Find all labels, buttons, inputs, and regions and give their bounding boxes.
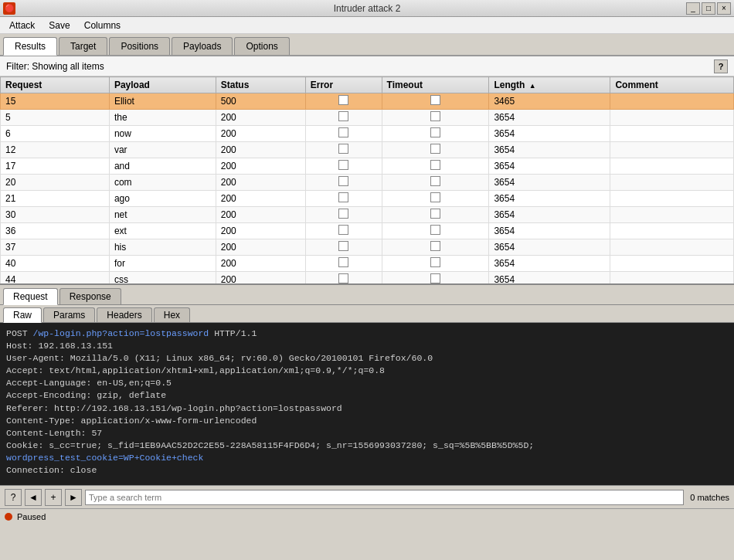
- timeout-checkbox[interactable]: [430, 257, 440, 267]
- timeout-checkbox[interactable]: [430, 241, 440, 251]
- bottom-bar: ? ◄ + ► 0 matches: [0, 485, 734, 508]
- results-table: Request Payload Status Error Timeout Len…: [0, 76, 734, 285]
- window-controls: _ □ ×: [686, 2, 731, 15]
- tab-results[interactable]: Results: [3, 37, 57, 56]
- error-checkbox[interactable]: [338, 225, 348, 235]
- forward-button-next[interactable]: ►: [65, 489, 82, 506]
- tab-request[interactable]: Request: [3, 288, 58, 305]
- status-indicator: [5, 513, 12, 521]
- filter-text: Filter: Showing all items: [6, 61, 104, 72]
- title-bar: 🔴 Intruder attack 2 _ □ ×: [0, 0, 734, 17]
- menu-columns[interactable]: Columns: [78, 19, 127, 32]
- error-checkbox[interactable]: [338, 111, 348, 121]
- table-row[interactable]: 30net2003654: [1, 207, 734, 223]
- table-row[interactable]: 15Elliot5003465: [1, 93, 734, 110]
- subtab-headers[interactable]: Headers: [97, 307, 151, 322]
- window-title: Intruder attack 2: [334, 3, 401, 14]
- sort-arrow-length: ▲: [529, 82, 536, 90]
- help-button[interactable]: ?: [5, 489, 22, 506]
- timeout-checkbox[interactable]: [430, 192, 440, 202]
- table-row[interactable]: 17and2003654: [1, 158, 734, 175]
- menu-save[interactable]: Save: [42, 19, 76, 32]
- timeout-checkbox[interactable]: [430, 144, 440, 154]
- error-checkbox[interactable]: [338, 127, 348, 137]
- col-header-comment[interactable]: Comment: [610, 77, 734, 93]
- table-row[interactable]: 44css2003654: [1, 272, 734, 286]
- table-row[interactable]: 21ago2003654: [1, 191, 734, 207]
- maximize-button[interactable]: □: [702, 2, 715, 15]
- error-checkbox[interactable]: [338, 144, 348, 154]
- table-row[interactable]: 6now2003654: [1, 126, 734, 142]
- error-checkbox[interactable]: [338, 176, 348, 186]
- timeout-checkbox[interactable]: [430, 160, 440, 170]
- table-row[interactable]: 5the2003654: [1, 110, 734, 126]
- table-row[interactable]: 20com2003654: [1, 175, 734, 191]
- error-checkbox[interactable]: [338, 241, 348, 251]
- status-label: Paused: [17, 512, 46, 521]
- timeout-checkbox[interactable]: [430, 176, 440, 186]
- tab-options[interactable]: Options: [234, 37, 289, 55]
- menu-bar: Attack Save Columns: [0, 17, 734, 34]
- timeout-checkbox[interactable]: [430, 111, 440, 121]
- error-checkbox[interactable]: [338, 209, 348, 219]
- timeout-checkbox[interactable]: [430, 95, 440, 105]
- table-row[interactable]: 12var2003654: [1, 142, 734, 158]
- timeout-checkbox[interactable]: [430, 209, 440, 219]
- sub-tab-bar: Raw Params Headers Hex: [0, 305, 734, 323]
- subtab-raw[interactable]: Raw: [3, 307, 42, 323]
- status-bar: Paused: [0, 508, 734, 524]
- table-row[interactable]: 40for2003654: [1, 256, 734, 272]
- col-header-error[interactable]: Error: [305, 77, 382, 93]
- req-resp-tab-bar: Request Response: [0, 285, 734, 305]
- col-header-request[interactable]: Request: [1, 77, 110, 93]
- error-checkbox[interactable]: [338, 95, 348, 105]
- col-header-length[interactable]: Length ▲: [489, 77, 610, 93]
- close-button[interactable]: ×: [717, 2, 731, 15]
- menu-attack[interactable]: Attack: [3, 19, 41, 32]
- tab-payloads[interactable]: Payloads: [172, 37, 233, 55]
- tab-positions[interactable]: Positions: [109, 37, 170, 55]
- request-content: POST /wp-login.php?action=lostpassword H…: [0, 323, 734, 485]
- results-table-container[interactable]: Request Payload Status Error Timeout Len…: [0, 76, 734, 285]
- minimize-button[interactable]: _: [686, 2, 700, 15]
- match-count: 0 matches: [690, 493, 729, 502]
- main-tab-bar: Results Target Positions Payloads Option…: [0, 34, 734, 56]
- forward-button-add[interactable]: +: [45, 489, 62, 506]
- col-header-timeout[interactable]: Timeout: [382, 77, 489, 93]
- col-header-payload[interactable]: Payload: [109, 77, 216, 93]
- table-row[interactable]: 37his2003654: [1, 239, 734, 256]
- error-checkbox[interactable]: [338, 160, 348, 170]
- timeout-checkbox[interactable]: [430, 225, 440, 235]
- subtab-hex[interactable]: Hex: [154, 307, 190, 322]
- app-icon: 🔴: [3, 2, 15, 15]
- tab-response[interactable]: Response: [59, 288, 121, 304]
- timeout-checkbox[interactable]: [430, 273, 440, 283]
- col-header-status[interactable]: Status: [216, 77, 305, 93]
- error-checkbox[interactable]: [338, 273, 348, 283]
- error-checkbox[interactable]: [338, 192, 348, 202]
- timeout-checkbox[interactable]: [430, 127, 440, 137]
- filter-bar: Filter: Showing all items ?: [0, 56, 734, 76]
- table-row[interactable]: 36ext2003654: [1, 223, 734, 239]
- error-checkbox[interactable]: [338, 257, 348, 267]
- back-button[interactable]: ◄: [25, 489, 42, 506]
- filter-help-button[interactable]: ?: [714, 59, 728, 73]
- search-input[interactable]: [85, 490, 684, 505]
- subtab-params[interactable]: Params: [43, 307, 95, 322]
- tab-target[interactable]: Target: [59, 37, 107, 55]
